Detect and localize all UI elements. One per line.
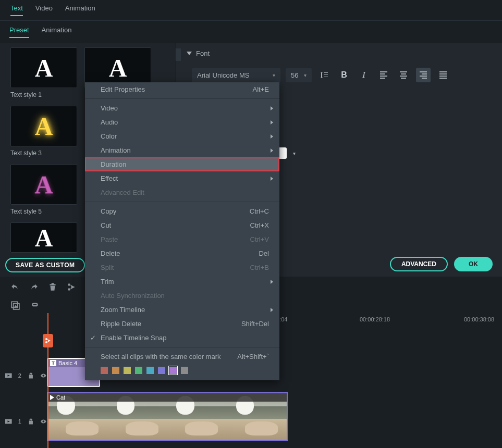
ctx-zoom-timeline[interactable]: Zoom Timeline [85,303,279,317]
color-mark[interactable] [124,367,131,374]
shortcut: Alt+Shift+` [237,353,269,360]
timecode: 00:00:28:18 [360,316,390,322]
timecode: 00:00:38:08 [464,316,494,322]
sub-tabs: Preset Animation [0,21,502,43]
color-mark[interactable] [146,367,154,374]
track-header-1: 1 [0,399,47,444]
glyph-a-icon: A [109,54,127,82]
video-track-icon [5,372,12,379]
color-mark-row [85,364,279,380]
ctx-enable-snap[interactable]: ✓ Enable Timeline Snap [85,331,279,345]
lock-icon[interactable] [28,372,34,379]
align-justify-button[interactable] [436,68,450,82]
align-right-button[interactable] [416,68,431,82]
chevron-down-icon [187,52,192,55]
visibility-icon[interactable] [40,418,47,425]
ctx-paste: PasteCtrl+V [85,232,279,246]
ctx-split: SplitCtrl+B [85,260,279,275]
subtab-animation[interactable]: Animation [42,26,72,38]
align-center-button[interactable] [396,68,411,82]
text-style-1[interactable]: A Text style 1 [10,47,77,98]
color-mark[interactable] [101,367,108,374]
clip-header: Cat [48,393,287,402]
playhead[interactable] [47,313,48,448]
add-marker-icon[interactable] [10,301,20,310]
check-icon: ✓ [90,334,96,342]
ctx-trim[interactable]: Trim [85,275,279,289]
shortcut: Ctrl+C [250,207,269,215]
advanced-button[interactable]: ADVANCED [390,257,448,271]
align-left-button[interactable] [376,68,391,82]
ctx-duration[interactable]: Duration [85,157,279,171]
redo-icon[interactable] [29,282,39,292]
ctx-ripple-delete[interactable]: Ripple DeleteShift+Del [85,317,279,331]
video-track-icon [5,418,12,425]
shortcut: Ctrl+V [250,235,269,243]
font-section-header[interactable]: Font [176,43,502,64]
color-mark[interactable] [181,367,188,374]
glyph-a-icon: A [35,54,53,82]
track-number: 2 [18,372,21,379]
ctx-auto-sync: Auto Synchronization [85,289,279,303]
ctx-animation[interactable]: Animation [85,143,279,157]
font-size-select[interactable]: 56▾ [286,68,312,82]
ctx-delete[interactable]: DeleteDel [85,246,279,260]
ctx-advanced-edit: Advanced Edit [85,185,279,200]
top-tabs: Text Video Animation [0,0,502,21]
shortcut: Ctrl+B [250,264,269,271]
track-number: 1 [18,418,21,425]
tab-text[interactable]: Text [10,4,23,16]
ctx-audio[interactable]: Audio [85,115,279,129]
save-as-custom-button[interactable]: SAVE AS CUSTOM [5,258,85,272]
play-icon [50,395,54,400]
panel-buttons: ADVANCED OK [390,257,493,271]
ctx-color[interactable]: Color [85,129,279,143]
color-mark[interactable] [169,367,177,374]
style-label: Text style 5 [10,208,77,215]
text-style-5[interactable]: A Text style 5 [10,164,77,215]
line-spacing-button[interactable] [317,68,332,82]
color-mark[interactable] [158,367,165,374]
italic-button[interactable]: I [357,68,371,82]
clip-label: Cat [56,394,65,401]
color-mark[interactable] [112,367,119,374]
text-style-3[interactable]: A Text style 3 [10,106,77,157]
link-icon[interactable] [30,301,40,310]
subtab-preset[interactable]: Preset [9,26,29,38]
ctx-copy[interactable]: CopyCtrl+C [85,204,279,218]
ok-button[interactable]: OK [454,257,493,271]
style-label: Text style 3 [10,150,77,157]
tab-video[interactable]: Video [35,4,53,16]
clip-label: Basic 4 [58,360,77,366]
font-family-select[interactable]: Arial Unicode MS▾ [192,68,280,82]
bold-button[interactable]: B [337,68,351,82]
visibility-icon[interactable] [40,372,47,379]
style-label: Text style 1 [10,91,77,98]
video-clip[interactable]: Cat [47,392,288,441]
font-section-title: Font [196,49,210,57]
ctx-effect[interactable]: Effect [85,171,279,185]
glyph-a-icon: A [35,170,53,199]
shortcut: Del [259,250,269,257]
split-icon[interactable] [67,282,76,292]
collapse-handle[interactable] [176,48,181,61]
playhead-handle[interactable] [43,334,53,347]
chevron-down-icon: ▾ [304,72,307,78]
shortcut: Alt+E [253,85,269,93]
ctx-video[interactable]: Video [85,101,279,115]
color-mark[interactable] [135,367,142,374]
lock-icon[interactable] [28,418,34,425]
tab-animation[interactable]: Animation [65,4,95,16]
track-header-2: 2 [0,353,47,399]
shortcut: Ctrl+X [250,221,269,229]
text-style-7[interactable]: A [10,222,77,253]
context-menu: Edit Properties Alt+E Video Audio Color … [85,82,279,380]
ctx-cut[interactable]: CutCtrl+X [85,218,279,232]
delete-icon[interactable] [48,282,57,292]
shortcut: Shift+Del [241,320,269,328]
chevron-down-icon: ▾ [293,151,296,156]
glyph-a-icon: A [35,112,53,141]
ctx-select-color-mark[interactable]: Select all clips with the same color mar… [85,350,279,364]
undo-icon[interactable] [10,282,20,292]
ctx-edit-properties[interactable]: Edit Properties Alt+E [85,82,279,96]
